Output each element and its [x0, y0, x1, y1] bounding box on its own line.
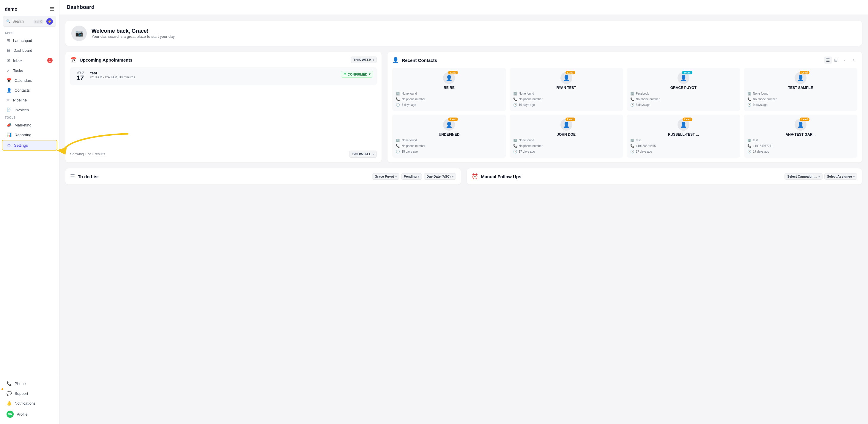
contact-phone: 📞 No phone number: [513, 144, 620, 148]
sidebar-item-contacts[interactable]: 👤 Contacts: [2, 85, 57, 95]
contact-card-gracepuyot[interactable]: 👤 Team GRACE PUYOT 🏢 Facebook 📞 No phone…: [627, 68, 740, 111]
assignee-label: Grace Puyot: [375, 175, 394, 178]
list-view-button[interactable]: ☰: [824, 57, 832, 64]
contact-time: 🕐 17 days ago: [513, 150, 620, 153]
sidebar-item-launchpad[interactable]: ⊞ Launchpad: [2, 36, 57, 45]
contact-avatar-wrap: 👤 Lead: [443, 72, 455, 84]
contact-avatar-wrap: 👤 Lead: [795, 72, 806, 84]
contact-name: RUSSELL-TEST ...: [668, 133, 699, 137]
reporting-icon: 📊: [6, 133, 11, 137]
sidebar-item-inbox[interactable]: ✉ Inbox 1: [2, 55, 57, 65]
sidebar-item-label: Dashboard: [13, 48, 32, 53]
sidebar-item-dashboard[interactable]: ▦ Dashboard: [2, 46, 57, 55]
phone-value: +19188524855: [636, 144, 656, 148]
assignee-filter[interactable]: Grace Puyot ▾: [372, 173, 399, 180]
building-icon: 🏢: [396, 92, 400, 95]
support-icon: 💬: [6, 391, 11, 396]
contact-time: 🕐 15 days ago: [396, 150, 502, 153]
sidebar-item-notifications[interactable]: 🔔 Notifications: [2, 398, 57, 408]
appointment-name: test: [90, 71, 337, 75]
contact-card-testsample[interactable]: 👤 Lead TEST SAMPLE 🏢 None found 📞 No pho…: [744, 68, 857, 111]
status-label: Pending: [404, 175, 416, 178]
time-value: 17 days ago: [753, 150, 769, 153]
contact-phone: 📞 No phone number: [747, 97, 854, 101]
contact-card-russelltest[interactable]: 👤 Lead RUSSELL-TEST ... 🏢 test 📞 +191885…: [627, 115, 740, 158]
contact-card-johndoe[interactable]: 👤 Lead JOHN DOE 🏢 None found 📞 No phone …: [509, 115, 623, 158]
appointments-header: 📅 Upcoming Appointments THIS WEEK ▾: [70, 57, 377, 63]
grid-view-button[interactable]: ⊞: [832, 57, 839, 64]
company-value: Facebook: [636, 92, 649, 95]
building-icon: 🏢: [513, 92, 517, 95]
contacts-next-button[interactable]: ›: [850, 57, 857, 64]
sidebar-item-phone[interactable]: 📞 Phone: [2, 379, 57, 388]
contact-phone: 📞 +19184977271: [747, 144, 854, 148]
sidebar-item-label: Calendars: [14, 78, 32, 83]
sidebar-logo: demo ☰: [0, 4, 59, 16]
sidebar-item-tasks[interactable]: ✓ Tasks: [2, 66, 57, 75]
time-value: 17 days ago: [519, 150, 535, 153]
todo-icon: ☰: [70, 173, 75, 180]
contact-name: RYAN TEST: [556, 86, 576, 90]
phone-icon: 📞: [396, 144, 400, 148]
contact-company: 🏢 Facebook: [630, 92, 737, 95]
contact-company: 🏢 test: [630, 138, 737, 142]
lightning-icon[interactable]: ⚡: [46, 18, 53, 25]
contact-badge-lead: Lead: [565, 71, 575, 75]
sidebar-item-profile[interactable]: GR Profile: [2, 408, 57, 420]
campaign-filter[interactable]: Select Campaign ... ▾: [784, 173, 823, 180]
contact-phone: 📞 No phone number: [630, 97, 737, 101]
contact-card-anatest[interactable]: 👤 Lead ANA-TEST GAR... 🏢 test 📞 +1918497…: [744, 115, 857, 158]
hamburger-icon[interactable]: ☰: [50, 6, 54, 12]
contact-name: GRACE PUYOT: [671, 86, 696, 90]
company-value: None found: [401, 92, 417, 95]
appointment-item[interactable]: WED 17 test 8:10 AM - 8:40 AM, 30 minute…: [70, 67, 377, 85]
appointment-status[interactable]: ⊕ CONFIRMED ▾: [341, 71, 374, 78]
search-bar[interactable]: 🔍 Search ctrl K ⚡: [3, 16, 56, 27]
clock-icon: 🕐: [630, 103, 634, 107]
phone-icon: 📞: [513, 97, 517, 101]
sidebar-item-reporting[interactable]: 📊 Reporting: [2, 130, 57, 140]
contact-name: UNDEFINED: [439, 133, 459, 137]
sidebar-item-label: Phone: [14, 381, 26, 386]
sidebar-item-settings[interactable]: ⚙ Settings: [2, 140, 57, 150]
clock-icon: 🕐: [396, 150, 400, 153]
assignee-filter[interactable]: Select Assignee ▾: [824, 173, 857, 180]
time-value: 7 days ago: [401, 103, 416, 107]
todo-header: ☰ To do List Grace Puyot ▾ Pending ▾ Due…: [70, 173, 456, 180]
contact-badge-team: Team: [682, 71, 692, 75]
contacts-prev-button[interactable]: ‹: [841, 57, 848, 64]
sidebar-item-support[interactable]: 💬 Support: [2, 389, 57, 398]
sidebar-item-invoices[interactable]: 🧾 Invoices: [2, 105, 57, 115]
status-label: CONFIRMED: [348, 73, 368, 76]
show-all-button[interactable]: SHOW ALL ›: [349, 150, 377, 158]
chevron-down-icon: ▾: [452, 175, 454, 178]
sort-filter[interactable]: Due Date (ASC) ▾: [424, 173, 456, 180]
phone-value: No phone number: [519, 144, 542, 148]
sidebar-item-pipeline[interactable]: ✏ Pipeline: [2, 95, 57, 105]
clock-icon: 🕐: [630, 150, 634, 153]
contacts-header-actions: ☰ ⊞ ‹ ›: [824, 57, 857, 64]
phone-icon: 📞: [396, 97, 400, 101]
todo-filters: Grace Puyot ▾ Pending ▾ Due Date (ASC) ▾: [372, 173, 456, 180]
contact-avatar-wrap: 👤 Lead: [795, 119, 806, 131]
contact-name: RE RE: [444, 86, 455, 90]
contact-badge-lead: Lead: [800, 71, 809, 75]
manual-follow-ups-card: ⏰ Manual Follow Ups Select Campaign ... …: [467, 168, 862, 185]
marketing-icon: 📣: [6, 122, 11, 128]
sidebar-item-marketing[interactable]: 📣 Marketing: [2, 120, 57, 130]
contact-card-rere[interactable]: 👤 Lead RE RE 🏢 None found 📞 No phone num…: [392, 68, 506, 111]
launchpad-icon: ⊞: [6, 38, 10, 43]
contact-card-ryantest[interactable]: 👤 Lead RYAN TEST 🏢 None found 📞 No phone…: [509, 68, 623, 111]
contacts-card: 👤 Recent Contacts ☰ ⊞ ‹ ›: [388, 52, 862, 163]
time-value: 15 days ago: [401, 150, 418, 153]
phone-value: No phone number: [636, 97, 660, 101]
settings-icon: ⚙: [7, 143, 11, 148]
sidebar-item-label: Profile: [17, 412, 28, 417]
phone-icon: 📞: [630, 97, 634, 101]
contact-card-undefined[interactable]: 👤 Lead UNDEFINED 🏢 None found 📞 No phone…: [392, 115, 506, 158]
this-week-filter[interactable]: THIS WEEK ▾: [351, 57, 377, 63]
sidebar-item-calendars[interactable]: 📅 Calendars: [2, 76, 57, 85]
profile-avatar: GR: [6, 411, 14, 418]
time-value: 9 days ago: [753, 103, 768, 107]
status-filter[interactable]: Pending ▾: [401, 173, 422, 180]
